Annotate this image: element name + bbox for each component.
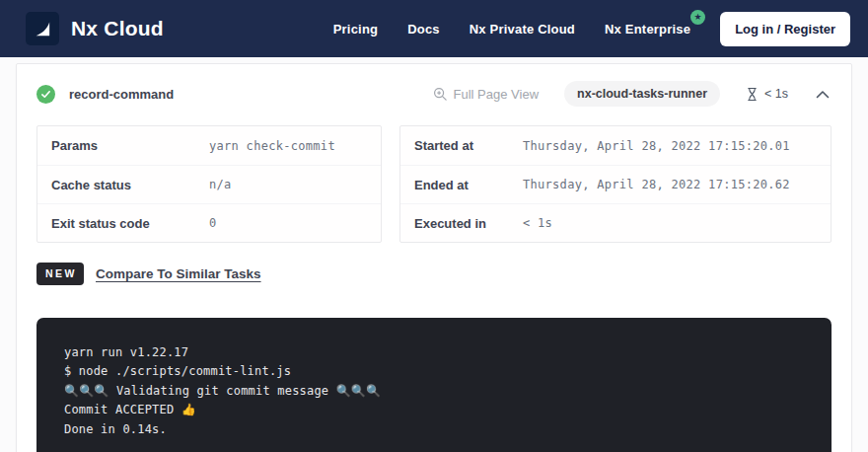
task-title: record-command: [69, 87, 174, 102]
terminal-line: Commit ACCEPTED 👍: [64, 401, 804, 420]
detail-value: < 1s: [523, 216, 552, 230]
detail-value: 0: [209, 216, 217, 230]
terminal-line: 🔍🔍🔍 Validating git commit message 🔍🔍🔍: [64, 382, 804, 402]
detail-label: Params: [51, 138, 209, 153]
app-root: Nx Cloud Pricing Docs Nx Private Cloud N…: [0, 0, 868, 452]
terminal-output: yarn run v1.22.17 $ node ./scripts/commi…: [36, 318, 832, 452]
timing-panel: Started at Thursday, April 28, 2022 17:1…: [399, 125, 832, 243]
compare-to-similar-tasks-link[interactable]: Compare To Similar Tasks: [96, 266, 261, 281]
login-register-button[interactable]: Log in / Register: [720, 12, 850, 46]
compare-row: NEW Compare To Similar Tasks: [36, 263, 832, 285]
terminal-line: $ node ./scripts/commit-lint.js: [64, 362, 804, 382]
brand-title: Nx Cloud: [71, 17, 164, 40]
nav-link-pricing[interactable]: Pricing: [333, 22, 378, 37]
hourglass-icon: [746, 87, 759, 102]
detail-label: Executed in: [414, 216, 523, 231]
top-navbar: Nx Cloud Pricing Docs Nx Private Cloud N…: [0, 0, 868, 57]
detail-label: Ended at: [414, 178, 523, 192]
detail-row-started-at: Started at Thursday, April 28, 2022 17:1…: [400, 126, 831, 165]
nav-link-nx-private-cloud[interactable]: Nx Private Cloud: [470, 22, 575, 37]
new-badge: NEW: [36, 263, 84, 285]
brand-nx-cloud[interactable]: Nx Cloud: [26, 12, 164, 45]
detail-panels: Params yarn check-commit Cache status n/…: [36, 125, 832, 243]
page-body: record-command Full Page View: [0, 57, 868, 452]
task-card-header: record-command Full Page View: [36, 78, 832, 110]
task-duration: < 1s: [746, 87, 788, 102]
detail-row-ended-at: Ended at Thursday, April 28, 2022 17:15:…: [400, 165, 831, 203]
nav-link-nx-enterprise[interactable]: Nx Enterprise: [605, 22, 690, 37]
detail-value: Thursday, April 28, 2022 17:15:20.01: [523, 139, 790, 153]
task-header-left: record-command: [36, 85, 174, 104]
nav-link-nx-enterprise-wrap: Nx Enterprise ★: [605, 20, 690, 38]
detail-row-executed-in: Executed in < 1s: [400, 203, 831, 242]
terminal-line: Done in 0.14s.: [64, 420, 804, 440]
detail-label: Exit status code: [51, 216, 209, 231]
detail-row-cache-status: Cache status n/a: [37, 165, 381, 203]
full-page-view-link[interactable]: Full Page View: [433, 87, 539, 102]
params-panel: Params yarn check-commit Cache status n/…: [36, 125, 382, 243]
success-check-icon: [36, 85, 55, 104]
detail-row-exit-status: Exit status code 0: [37, 203, 381, 242]
enterprise-star-badge-icon: ★: [690, 10, 705, 25]
task-duration-label: < 1s: [764, 87, 788, 101]
nav-link-docs[interactable]: Docs: [407, 22, 440, 37]
full-page-view-label: Full Page View: [454, 87, 539, 102]
detail-row-params: Params yarn check-commit: [37, 126, 381, 165]
detail-label: Started at: [414, 138, 523, 153]
runner-badge: nx-cloud-tasks-runner: [564, 81, 720, 107]
navbar-links: Pricing Docs Nx Private Cloud Nx Enterpr…: [333, 12, 850, 46]
detail-value: n/a: [209, 178, 232, 191]
magnifier-plus-icon: [433, 87, 448, 102]
chevron-up-icon: [816, 90, 830, 99]
detail-value: yarn check-commit: [209, 139, 335, 153]
detail-value: Thursday, April 28, 2022 17:15:20.62: [523, 178, 790, 191]
nx-logo-icon: [26, 12, 59, 45]
terminal-line: yarn run v1.22.17: [64, 343, 804, 363]
collapse-button[interactable]: [814, 88, 832, 101]
task-run-card: record-command Full Page View: [16, 63, 852, 452]
detail-label: Cache status: [51, 178, 209, 192]
task-header-right: Full Page View nx-cloud-tasks-runner < 1…: [433, 81, 832, 107]
